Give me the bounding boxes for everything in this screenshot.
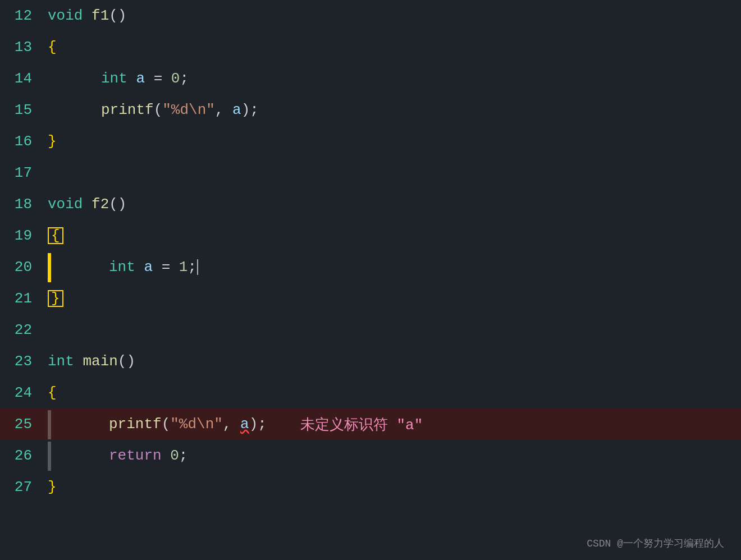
code-line-19: 19 { [0,220,741,251]
text-cursor [197,259,198,275]
line-content-20: int a = 1 ; [48,252,741,282]
line-num-18: 18 [0,196,48,213]
line-content-12: void f1 () [48,7,741,24]
line-content-26: return 0 ; [48,440,741,471]
line-content-25: printf ( "%d\n" , a ); 未定义标识符 "a" [48,409,741,439]
code-line-15: 15 printf ( "%d\n" , a ); [0,94,741,126]
code-line-20: 20 int a = 1 ; [0,251,741,283]
line-content-23: int main () [48,353,741,370]
code-line-21: 21 } [0,283,741,314]
line-content-21: } [48,290,741,307]
line-content-14: int a = 0 ; [48,70,741,87]
fn-f1: f1 [92,7,109,24]
keyword-void: void [48,7,83,24]
line-num-12: 12 [0,7,48,24]
line-num-24: 24 [0,384,48,401]
code-line-13: 13 { [0,31,741,63]
code-line-22: 22 [0,314,741,346]
code-line-24: 24 { [0,377,741,408]
code-line-25: 25 printf ( "%d\n" , a ); 未定义标识符 "a" [0,408,741,440]
line-num-22: 22 [0,322,48,338]
watermark: CSDN @一个努力学习编程的人 [587,536,724,550]
line-content-15: printf ( "%d\n" , a ); [48,102,741,118]
line-content-19: { [48,227,741,244]
code-line-26: 26 return 0 ; [0,440,741,471]
error-message: 未定义标识符 "a" [300,415,423,434]
code-line-14: 14 int a = 0 ; [0,63,741,94]
line-content-18: void f2 () [48,196,741,213]
code-line-18: 18 void f2 () [0,189,741,220]
line-num-14: 14 [0,70,48,87]
code-line-27: 27 } [0,471,741,503]
code-line-23: 23 int main () [0,346,741,377]
line-num-17: 17 [0,164,48,181]
line-content-16: } [48,133,741,150]
line-num-27: 27 [0,479,48,495]
line-num-23: 23 [0,353,48,370]
line-num-19: 19 [0,227,48,244]
line-content-13: { [48,39,741,56]
line-num-21: 21 [0,290,48,307]
line-num-15: 15 [0,102,48,118]
line-content-27: } [48,479,741,495]
line-num-20: 20 [0,259,48,276]
code-line-17: 17 [0,157,741,189]
line-num-16: 16 [0,133,48,150]
line-num-25: 25 [0,416,48,433]
line-content-24: { [48,384,741,401]
line-num-13: 13 [0,39,48,56]
code-editor: 12 void f1 () 13 { 14 int a = 0 ; 15 [0,0,741,560]
code-line-16: 16 } [0,126,741,157]
code-line-12: 12 void f1 () [0,0,741,31]
line-num-26: 26 [0,447,48,464]
